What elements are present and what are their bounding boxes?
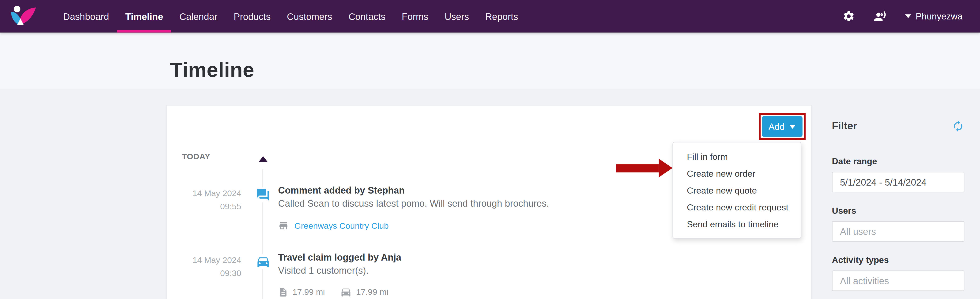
users-label: Users — [832, 205, 964, 216]
page-title: Timeline — [170, 58, 255, 82]
refresh-icon[interactable] — [952, 120, 964, 132]
users-input[interactable] — [832, 221, 964, 242]
app-root: Dashboard Timeline Calendar Products Cus… — [0, 0, 980, 299]
page-header: Timeline — [0, 33, 980, 89]
chevron-down-icon — [790, 125, 796, 129]
collapse-group-toggle-icon[interactable] — [259, 156, 267, 162]
top-navbar: Dashboard Timeline Calendar Products Cus… — [0, 0, 980, 33]
settings-gear-icon[interactable] — [843, 10, 855, 22]
main-content: Add Fill in form Create new order Create… — [0, 89, 980, 299]
nav-item-customers[interactable]: Customers — [279, 0, 340, 33]
nav-item-label: Customers — [287, 11, 332, 22]
voice-announce-icon[interactable] — [874, 10, 886, 22]
meta-distance-value: 17.99 mi — [356, 287, 388, 297]
annotation-arrow — [616, 159, 672, 178]
filter-title: Filter — [832, 120, 857, 132]
add-button-label: Add — [768, 122, 785, 132]
nav-item-reports[interactable]: Reports — [477, 0, 526, 33]
annotation-highlight-box: Add — [759, 113, 805, 140]
nav-item-calendar[interactable]: Calendar — [171, 0, 226, 33]
add-button[interactable]: Add — [762, 116, 802, 137]
menu-item-create-new-credit-request[interactable]: Create new credit request — [673, 199, 801, 216]
timeline-card: Add Fill in form Create new order Create… — [166, 105, 812, 299]
car-icon — [340, 286, 352, 298]
entry-date: 14 May 2024 — [167, 253, 241, 267]
storefront-icon — [278, 221, 289, 231]
entry-time: 09:55 — [167, 200, 241, 213]
entry-datetime: 14 May 2024 09:30 — [167, 253, 241, 280]
nav-item-label: Forms — [402, 11, 428, 22]
entry-meta-row: 17.99 mi 17.99 mi — [278, 286, 716, 298]
entry-datetime: 14 May 2024 09:55 — [167, 187, 241, 213]
navbar-right: Phunyezwa — [843, 10, 980, 22]
entry-content: Comment added by Stephan Called Sean to … — [278, 184, 716, 231]
menu-item-fill-in-form[interactable]: Fill in form — [673, 148, 801, 165]
chevron-down-icon — [905, 14, 911, 18]
document-icon — [278, 287, 288, 297]
menu-item-send-emails-to-timeline[interactable]: Send emails to timeline — [673, 216, 801, 232]
date-range-label: Date range — [832, 156, 964, 166]
activity-types-input[interactable] — [832, 270, 964, 291]
entry-title: Travel claim logged by Anja — [278, 251, 716, 264]
nav-item-products[interactable]: Products — [226, 0, 279, 33]
nav-item-contacts[interactable]: Contacts — [340, 0, 394, 33]
nav-item-forms[interactable]: Forms — [394, 0, 436, 33]
nav-items: Dashboard Timeline Calendar Products Cus… — [55, 0, 527, 33]
active-tab-indicator — [117, 30, 171, 33]
date-range-input[interactable] — [832, 172, 964, 192]
entry-content: Travel claim logged by Anja Visited 1 cu… — [278, 251, 716, 298]
entry-date: 14 May 2024 — [167, 187, 241, 200]
menu-item-create-new-quote[interactable]: Create new quote — [673, 182, 801, 199]
activity-types-label: Activity types — [832, 255, 964, 265]
nav-item-label: Calendar — [179, 11, 217, 22]
filter-panel: Filter Date range Users Activity types — [832, 120, 964, 291]
entry-time: 09:30 — [167, 267, 241, 280]
nav-item-label: Dashboard — [63, 11, 109, 22]
customer-link[interactable]: Greenways Country Club — [294, 221, 389, 231]
user-menu[interactable]: Phunyezwa — [905, 11, 963, 21]
add-dropdown-menu: Fill in form Create new order Create new… — [672, 142, 801, 239]
entry-customer-row: Greenways Country Club — [278, 221, 716, 231]
entry-body: Visited 1 customer(s). — [278, 264, 716, 277]
filter-header: Filter — [832, 120, 964, 132]
username: Phunyezwa — [916, 11, 963, 21]
nav-item-dashboard[interactable]: Dashboard — [55, 0, 117, 33]
nav-item-label: Contacts — [348, 11, 385, 22]
nav-item-label: Products — [234, 11, 271, 22]
annotation-arrow-shaft — [616, 164, 659, 172]
app-logo[interactable] — [10, 5, 38, 28]
car-icon — [256, 254, 270, 269]
logo-icon — [10, 5, 38, 28]
nav-item-label: Timeline — [125, 11, 163, 22]
annotation-arrow-head — [659, 159, 673, 177]
entry-body: Called Sean to discuss latest pomo. Will… — [278, 197, 716, 210]
comment-icon — [256, 188, 270, 202]
timeline-group-label: TODAY — [182, 152, 210, 161]
nav-item-timeline[interactable]: Timeline — [117, 0, 171, 33]
nav-item-users[interactable]: Users — [436, 0, 477, 33]
entry-title: Comment added by Stephan — [278, 184, 716, 197]
nav-item-label: Users — [444, 11, 469, 22]
menu-item-create-new-order[interactable]: Create new order — [673, 165, 801, 182]
meta-distance-value: 17.99 mi — [293, 287, 325, 297]
nav-item-label: Reports — [485, 11, 518, 22]
